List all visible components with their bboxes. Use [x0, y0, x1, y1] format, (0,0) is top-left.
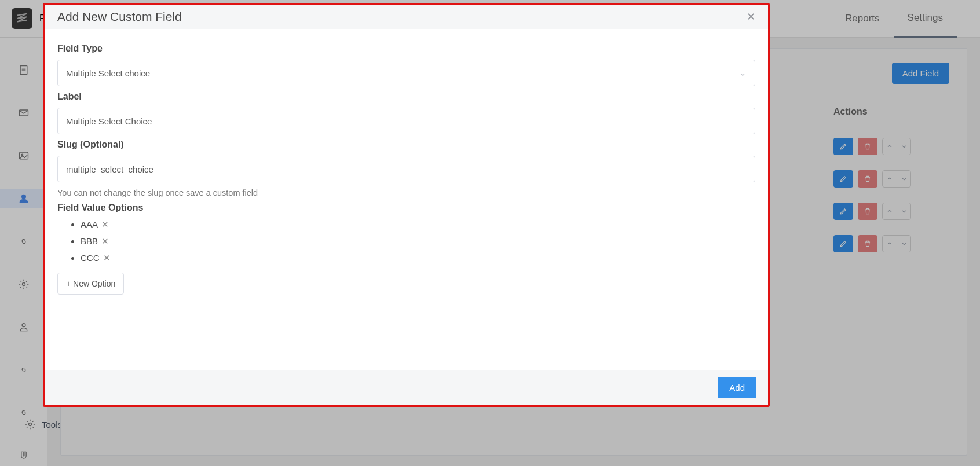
remove-option-icon[interactable]: ✕ [101, 219, 109, 229]
chevron-down-icon: ⌄ [739, 68, 747, 78]
slug-input[interactable] [57, 156, 755, 182]
modal-header: Add New Custom Field ✕ [45, 5, 768, 29]
options-field-label: Field Value Options [57, 203, 755, 213]
slug-help-text: You can not change the slug once save a … [57, 188, 755, 197]
field-type-value: Multiple Select choice [66, 68, 150, 78]
option-item: AAA✕ [81, 219, 755, 230]
close-icon[interactable]: ✕ [747, 10, 755, 23]
label-field-label: Label [57, 91, 755, 102]
modal-overlay[interactable]: Add New Custom Field ✕ Field Type Multip… [0, 0, 980, 466]
modal-footer: Add [45, 370, 768, 405]
add-button[interactable]: Add [718, 377, 756, 398]
options-list: AAA✕ BBB✕ CCC✕ [57, 219, 755, 263]
remove-option-icon[interactable]: ✕ [103, 253, 111, 263]
slug-field-label: Slug (Optional) [57, 140, 755, 150]
option-item: BBB✕ [81, 236, 755, 247]
add-custom-field-modal: Add New Custom Field ✕ Field Type Multip… [43, 3, 770, 407]
option-item: CCC✕ [81, 253, 755, 263]
modal-title: Add New Custom Field [57, 10, 182, 24]
remove-option-icon[interactable]: ✕ [101, 236, 109, 246]
field-type-label: Field Type [57, 43, 755, 54]
new-option-button[interactable]: + New Option [57, 273, 124, 295]
label-input[interactable] [57, 108, 755, 134]
field-type-select[interactable]: Multiple Select choice ⌄ [57, 60, 755, 86]
